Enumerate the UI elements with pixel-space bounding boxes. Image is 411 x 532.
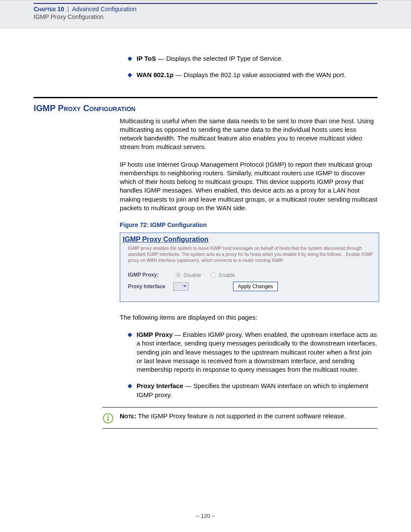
- radio-label: Disable: [184, 272, 201, 278]
- figure-caption: Figure 72: IGMP Configuration: [120, 221, 377, 229]
- section-divider: [34, 97, 377, 98]
- chapter-label: Chapter: [34, 6, 56, 12]
- bullet-term: IGMP Proxy: [137, 331, 173, 338]
- note-text: The IGMP Proxy feature is not supported …: [136, 412, 346, 420]
- list-item: ◆ Proxy Interface — Specifies the upstre…: [128, 382, 377, 399]
- chapter-number: 10: [57, 6, 64, 12]
- apply-changes-button[interactable]: Apply Changes: [233, 282, 277, 291]
- bullet-desc: — Enables IGMP proxy. When enabled, the …: [137, 331, 377, 373]
- note-label: Note:: [120, 412, 136, 420]
- info-icon: [103, 413, 114, 424]
- igmp-proxy-enable-option[interactable]: Enable: [209, 272, 235, 278]
- body-paragraph: Multicasting is useful when the same dat…: [120, 117, 377, 152]
- body-paragraph: IP hosts use Internet Group Management P…: [120, 160, 377, 213]
- note-block: Note: The IGMP Proxy feature is not supp…: [103, 407, 377, 429]
- header-breadcrumb: Chapter 10 | Advanced Configuration: [34, 6, 377, 12]
- bullet-term: Proxy Interface: [137, 382, 183, 389]
- body-paragraph: The following items are displayed on thi…: [120, 313, 377, 322]
- figure-panel-desc: IGMP proxy enables the system to issue I…: [120, 245, 379, 269]
- figure-panel-title: IGMP Proxy Configuration: [120, 233, 379, 245]
- figure-panel: IGMP Proxy Configuration IGMP proxy enab…: [120, 233, 379, 302]
- bullet-desc: — Displays the selected IP Type of Servi…: [156, 55, 283, 62]
- svg-point-1: [107, 415, 109, 417]
- list-item: ◆ WAN 802.1p — Displays the 802.1p value…: [128, 71, 377, 79]
- list-item: ◆ IGMP Proxy — Enables IGMP proxy. When …: [128, 330, 377, 374]
- igmp-proxy-disable-option[interactable]: Disable: [173, 272, 201, 278]
- igmp-proxy-enable-radio[interactable]: [211, 272, 216, 278]
- bullet-term: IP ToS: [137, 55, 156, 62]
- chapter-title: Advanced Configuration: [72, 6, 136, 12]
- radio-label: Enable: [219, 272, 235, 278]
- diamond-bullet-icon: ◆: [128, 54, 132, 63]
- igmp-proxy-radio-group: Disable Enable: [173, 271, 374, 279]
- diamond-bullet-icon: ◆: [128, 382, 132, 399]
- diamond-bullet-icon: ◆: [128, 330, 132, 374]
- list-item: ◆ IP ToS — Displays the selected IP Type…: [128, 54, 377, 63]
- igmp-proxy-label: IGMP Proxy:: [128, 271, 173, 278]
- diamond-bullet-icon: ◆: [128, 71, 132, 79]
- proxy-interface-label: Proxy Interface: [128, 283, 173, 290]
- proxy-interface-select[interactable]: [173, 282, 189, 291]
- section-heading: IGMP Proxy Configuration: [34, 103, 377, 114]
- bullet-desc: — Displays the 802.1p value associated w…: [174, 71, 346, 78]
- bullet-term: WAN 802.1p: [137, 71, 174, 78]
- svg-rect-2: [108, 417, 109, 421]
- page-header: Chapter 10 | Advanced Configuration IGMP…: [0, 0, 411, 28]
- igmp-proxy-disable-radio[interactable]: [175, 272, 181, 278]
- breadcrumb-separator: |: [68, 6, 69, 12]
- header-subtitle: IGMP Proxy Configuration: [34, 13, 377, 20]
- page-number: – 120 –: [0, 513, 411, 519]
